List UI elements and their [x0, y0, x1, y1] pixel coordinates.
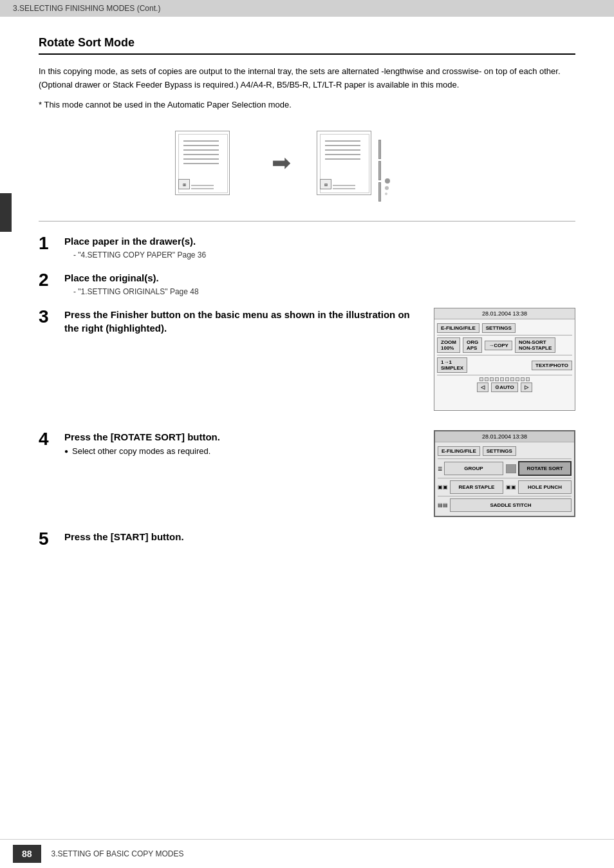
ui-panel-row3: 1→1SIMPLEX TEXT/PHOTO	[437, 357, 572, 373]
rear-staple-btn[interactable]: REAR STAPLE	[450, 480, 503, 494]
step-4-content: Press the [ROTATE SORT] button. Select o…	[64, 430, 575, 517]
step-1-number: 1	[39, 234, 58, 252]
text-photo-btn[interactable]: TEXT/PHOTO	[532, 361, 572, 370]
step-5-number: 5	[39, 530, 58, 548]
efiling-btn[interactable]: E-FILING/FILE	[437, 323, 479, 333]
step-4-number: 4	[39, 430, 58, 448]
step-3-with-image: Press the Finisher button on the basic m…	[64, 308, 575, 411]
section-title: Rotate Sort Mode	[39, 36, 575, 50]
non-sort-btn[interactable]: NON-SORTNON-STAPLE	[515, 337, 555, 353]
step-4: 4 Press the [ROTATE SORT] button. Select…	[39, 430, 575, 517]
step-4-title: Press the [ROTATE SORT] button.	[64, 430, 421, 444]
note-text: * This mode cannot be used in the Automa…	[39, 99, 575, 112]
ui-panel-1-body: E-FILING/FILE SETTINGS ZOOM100% ORGAPS →…	[434, 319, 575, 396]
ui-panel-1: 28.01.2004 13:38 E-FILING/FILE SETTINGS …	[434, 308, 575, 411]
steps-area: 1 Place paper in the drawer(s). "4.SETTI…	[39, 234, 575, 548]
p2-settings-btn[interactable]: SETTINGS	[483, 446, 516, 456]
step-2-title: Place the original(s).	[64, 271, 575, 285]
step-1-title: Place paper in the drawer(s).	[64, 234, 575, 248]
step-4-with-image: Press the [ROTATE SORT] button. Select o…	[64, 430, 575, 517]
step-2-number: 2	[39, 271, 58, 289]
ui-panel-row1: E-FILING/FILE SETTINGS	[437, 323, 572, 333]
ui-panel-row2: ZOOM100% ORGAPS →COPY NON-SORTNON-STAPLE	[437, 337, 572, 353]
header-text: 3.SELECTING FINISHING MODES (Cont.)	[13, 4, 160, 13]
page-number: 88	[13, 845, 41, 863]
diagram-area: ⊞ ➡	[39, 124, 575, 202]
main-content: Rotate Sort Mode In this copying mode, a…	[0, 17, 614, 579]
saddle-stitch-btn[interactable]: SADDLE STITCH	[450, 498, 572, 512]
ui-panel-row5: ◁ ⊙AUTO ▷	[437, 382, 572, 392]
ui-panel-2: 28.01.2004 13:38 E-FILING/FILE SETTINGS …	[434, 430, 575, 517]
ui-panel-dots	[437, 377, 572, 381]
step-2: 2 Place the original(s). "1.SETTING ORIG…	[39, 271, 575, 296]
step-1-sub: "4.SETTING COPY PAPER" Page 36	[73, 250, 575, 259]
simplex-btn[interactable]: 1→1SIMPLEX	[437, 357, 467, 373]
next-btn[interactable]: ▷	[521, 382, 532, 392]
step-2-sub: "1.SETTING ORIGINALS" Page 48	[73, 287, 575, 296]
intro-text: In this copying mode, as sets of copies …	[39, 65, 575, 92]
ui-p2-row1: E-FILING/FILE SETTINGS	[438, 446, 572, 456]
title-underline	[39, 53, 575, 55]
ui-panel-1-header: 28.01.2004 13:38	[434, 308, 575, 319]
ui-p2-row4: ▤▤ SADDLE STITCH	[438, 498, 572, 512]
step-2-content: Place the original(s). "1.SETTING ORIGIN…	[64, 271, 575, 296]
diagram-arrow: ➡	[272, 149, 291, 176]
copy-btn[interactable]: →COPY	[485, 341, 512, 350]
step-5: 5 Press the [START] button.	[39, 530, 575, 548]
ui-p2-row2: ≡ GROUP ROTATE SORT	[438, 461, 572, 476]
step-3-content: Press the Finisher button on the basic m…	[64, 308, 575, 411]
step-3-text: Press the Finisher button on the basic m…	[64, 308, 421, 337]
auto-btn[interactable]: ⊙AUTO	[491, 382, 518, 392]
step-4-bullet: Select other copy modes as required.	[64, 446, 421, 456]
hole-punch-btn[interactable]: HOLE PUNCH	[518, 480, 572, 494]
prev-btn[interactable]: ◁	[477, 382, 488, 392]
step-3: 3 Press the Finisher button on the basic…	[39, 308, 575, 411]
diagram-input: ⊞	[169, 127, 246, 198]
zoom-btn[interactable]: ZOOM100%	[437, 337, 460, 353]
ui-panel-2-body: E-FILING/FILE SETTINGS ≡ GROUP	[435, 442, 574, 516]
step-3-title: Press the Finisher button on the basic m…	[64, 308, 421, 335]
footer-text: 3.SETTING OF BASIC COPY MODES	[51, 849, 184, 858]
step-1: 1 Place paper in the drawer(s). "4.SETTI…	[39, 234, 575, 259]
footer: 88 3.SETTING OF BASIC COPY MODES	[0, 839, 614, 868]
ui-p2-row3: ▣▣ REAR STAPLE ▣▣ HOLE PUNCH	[438, 480, 572, 494]
header-bar: 3.SELECTING FINISHING MODES (Cont.)	[0, 0, 614, 17]
section-divider	[39, 221, 575, 222]
step-1-content: Place paper in the drawer(s). "4.SETTING…	[64, 234, 575, 259]
rotate-sort-btn[interactable]: ROTATE SORT	[518, 461, 572, 476]
org-btn[interactable]: ORGAPS	[463, 337, 482, 353]
step-5-content: Press the [START] button.	[64, 530, 575, 546]
group-btn[interactable]: GROUP	[444, 462, 503, 475]
p2-efiling-btn[interactable]: E-FILING/FILE	[438, 446, 480, 456]
diagram-output: ⊞	[317, 124, 445, 202]
step-3-number: 3	[39, 308, 58, 326]
step-4-text: Press the [ROTATE SORT] button. Select o…	[64, 430, 421, 456]
ui-panel-2-header: 28.01.2004 13:38	[435, 431, 574, 442]
settings-btn[interactable]: SETTINGS	[482, 323, 516, 333]
step-5-title: Press the [START] button.	[64, 530, 575, 543]
